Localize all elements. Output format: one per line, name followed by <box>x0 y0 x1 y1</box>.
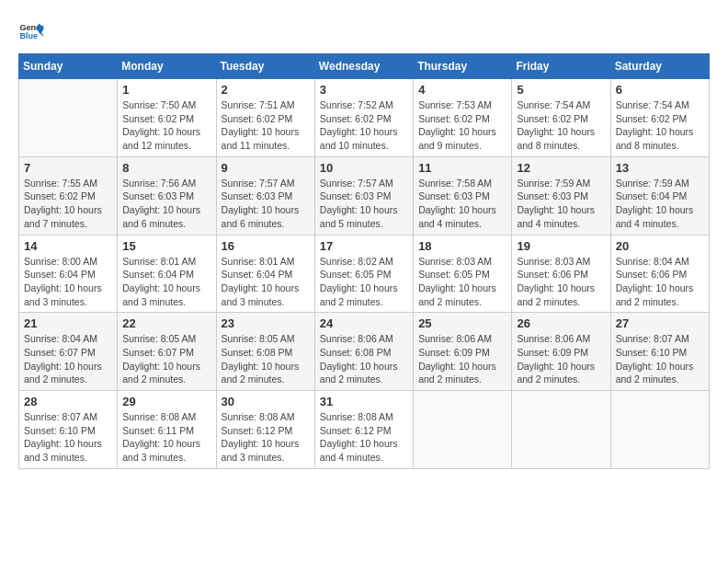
day-number: 20 <box>616 239 704 253</box>
calendar-cell: 9Sunrise: 7:57 AMSunset: 6:03 PMDaylight… <box>216 156 314 235</box>
day-info: Sunrise: 7:57 AMSunset: 6:03 PMDaylight:… <box>320 177 408 231</box>
weekday-header: Saturday <box>610 54 709 79</box>
day-number: 19 <box>517 239 605 253</box>
calendar-cell: 22Sunrise: 8:05 AMSunset: 6:07 PMDayligh… <box>118 313 216 391</box>
calendar-cell: 11Sunrise: 7:58 AMSunset: 6:03 PMDayligh… <box>414 156 512 235</box>
calendar-cell: 12Sunrise: 7:59 AMSunset: 6:03 PMDayligh… <box>512 156 610 235</box>
day-number: 18 <box>418 239 506 253</box>
calendar-week-row: 14Sunrise: 8:00 AMSunset: 6:04 PMDayligh… <box>19 235 710 313</box>
day-info: Sunrise: 8:06 AMSunset: 6:09 PMDaylight:… <box>418 332 506 386</box>
calendar-cell: 19Sunrise: 8:03 AMSunset: 6:06 PMDayligh… <box>512 235 610 313</box>
calendar-cell: 30Sunrise: 8:08 AMSunset: 6:12 PMDayligh… <box>216 391 314 469</box>
day-info: Sunrise: 7:59 AMSunset: 6:03 PMDaylight:… <box>517 177 605 231</box>
day-info: Sunrise: 8:02 AMSunset: 6:05 PMDaylight:… <box>320 255 408 309</box>
day-number: 13 <box>616 161 704 175</box>
day-number: 21 <box>24 316 112 330</box>
weekday-header: Wednesday <box>314 54 413 79</box>
day-info: Sunrise: 7:51 AMSunset: 6:02 PMDaylight:… <box>222 98 310 153</box>
day-number: 7 <box>24 161 112 175</box>
calendar-week-row: 1Sunrise: 7:50 AMSunset: 6:02 PMDaylight… <box>19 79 710 157</box>
day-info: Sunrise: 8:03 AMSunset: 6:05 PMDaylight:… <box>418 255 506 309</box>
day-number: 3 <box>320 83 408 97</box>
logo: General Blue <box>18 18 46 44</box>
weekday-header: Friday <box>512 54 610 79</box>
calendar-cell: 24Sunrise: 8:06 AMSunset: 6:08 PMDayligh… <box>314 313 413 391</box>
day-number: 11 <box>418 161 506 175</box>
day-info: Sunrise: 8:07 AMSunset: 6:10 PMDaylight:… <box>24 410 112 465</box>
day-number: 23 <box>222 316 310 330</box>
day-info: Sunrise: 8:08 AMSunset: 6:11 PMDaylight:… <box>122 410 210 465</box>
calendar-cell: 8Sunrise: 7:56 AMSunset: 6:03 PMDaylight… <box>118 156 216 235</box>
day-number: 2 <box>222 83 310 97</box>
day-info: Sunrise: 8:01 AMSunset: 6:04 PMDaylight:… <box>122 255 210 309</box>
day-number: 12 <box>517 161 605 175</box>
day-info: Sunrise: 8:06 AMSunset: 6:09 PMDaylight:… <box>517 332 605 386</box>
day-info: Sunrise: 8:00 AMSunset: 6:04 PMDaylight:… <box>24 255 112 309</box>
day-info: Sunrise: 8:01 AMSunset: 6:04 PMDaylight:… <box>222 255 310 309</box>
calendar-cell: 3Sunrise: 7:52 AMSunset: 6:02 PMDaylight… <box>314 79 413 157</box>
logo-icon: General Blue <box>18 18 44 44</box>
day-number: 25 <box>418 316 506 330</box>
day-info: Sunrise: 7:53 AMSunset: 6:02 PMDaylight:… <box>418 98 506 153</box>
calendar-cell: 27Sunrise: 8:07 AMSunset: 6:10 PMDayligh… <box>610 313 709 391</box>
day-info: Sunrise: 8:05 AMSunset: 6:07 PMDaylight:… <box>122 332 210 386</box>
calendar-cell: 28Sunrise: 8:07 AMSunset: 6:10 PMDayligh… <box>19 391 118 469</box>
day-info: Sunrise: 7:58 AMSunset: 6:03 PMDaylight:… <box>418 177 506 231</box>
calendar-cell <box>19 79 118 157</box>
day-number: 5 <box>517 83 605 97</box>
calendar-cell: 20Sunrise: 8:04 AMSunset: 6:06 PMDayligh… <box>610 235 709 313</box>
calendar-week-row: 21Sunrise: 8:04 AMSunset: 6:07 PMDayligh… <box>19 313 710 391</box>
day-number: 28 <box>24 395 112 408</box>
weekday-header: Tuesday <box>216 54 314 79</box>
day-info: Sunrise: 7:56 AMSunset: 6:03 PMDaylight:… <box>122 177 210 231</box>
calendar-cell: 21Sunrise: 8:04 AMSunset: 6:07 PMDayligh… <box>19 313 118 391</box>
day-number: 14 <box>24 239 112 253</box>
calendar-cell: 13Sunrise: 7:59 AMSunset: 6:04 PMDayligh… <box>610 156 709 235</box>
day-number: 27 <box>616 316 704 330</box>
day-info: Sunrise: 7:54 AMSunset: 6:02 PMDaylight:… <box>616 98 704 153</box>
calendar-cell <box>610 391 709 469</box>
day-info: Sunrise: 8:08 AMSunset: 6:12 PMDaylight:… <box>222 410 310 465</box>
svg-text:Blue: Blue <box>19 31 38 40</box>
day-info: Sunrise: 8:04 AMSunset: 6:06 PMDaylight:… <box>616 255 704 309</box>
calendar-cell: 2Sunrise: 7:51 AMSunset: 6:02 PMDaylight… <box>216 79 314 157</box>
calendar-cell: 29Sunrise: 8:08 AMSunset: 6:11 PMDayligh… <box>118 391 216 469</box>
calendar-cell: 16Sunrise: 8:01 AMSunset: 6:04 PMDayligh… <box>216 235 314 313</box>
calendar-body: 1Sunrise: 7:50 AMSunset: 6:02 PMDaylight… <box>19 79 710 469</box>
calendar-cell: 26Sunrise: 8:06 AMSunset: 6:09 PMDayligh… <box>512 313 610 391</box>
day-info: Sunrise: 8:08 AMSunset: 6:12 PMDaylight:… <box>320 410 408 465</box>
day-info: Sunrise: 7:50 AMSunset: 6:02 PMDaylight:… <box>122 98 210 153</box>
calendar-table: SundayMondayTuesdayWednesdayThursdayFrid… <box>18 53 710 469</box>
calendar-cell: 18Sunrise: 8:03 AMSunset: 6:05 PMDayligh… <box>414 235 512 313</box>
weekday-header: Monday <box>118 54 216 79</box>
day-info: Sunrise: 8:05 AMSunset: 6:08 PMDaylight:… <box>222 332 310 386</box>
calendar-cell: 15Sunrise: 8:01 AMSunset: 6:04 PMDayligh… <box>118 235 216 313</box>
day-info: Sunrise: 7:57 AMSunset: 6:03 PMDaylight:… <box>222 177 310 231</box>
calendar-cell: 14Sunrise: 8:00 AMSunset: 6:04 PMDayligh… <box>19 235 118 313</box>
day-info: Sunrise: 7:55 AMSunset: 6:02 PMDaylight:… <box>24 177 112 231</box>
day-number: 31 <box>320 395 408 408</box>
calendar-cell: 31Sunrise: 8:08 AMSunset: 6:12 PMDayligh… <box>314 391 413 469</box>
day-info: Sunrise: 7:59 AMSunset: 6:04 PMDaylight:… <box>616 177 704 231</box>
day-info: Sunrise: 8:06 AMSunset: 6:08 PMDaylight:… <box>320 332 408 386</box>
calendar-cell: 25Sunrise: 8:06 AMSunset: 6:09 PMDayligh… <box>414 313 512 391</box>
day-number: 16 <box>222 239 310 253</box>
calendar-week-row: 28Sunrise: 8:07 AMSunset: 6:10 PMDayligh… <box>19 391 710 469</box>
day-number: 24 <box>320 316 408 330</box>
day-info: Sunrise: 8:07 AMSunset: 6:10 PMDaylight:… <box>616 332 704 386</box>
calendar-cell: 6Sunrise: 7:54 AMSunset: 6:02 PMDaylight… <box>610 79 709 157</box>
calendar-cell: 4Sunrise: 7:53 AMSunset: 6:02 PMDaylight… <box>414 79 512 157</box>
calendar-cell: 17Sunrise: 8:02 AMSunset: 6:05 PMDayligh… <box>314 235 413 313</box>
calendar-cell <box>414 391 512 469</box>
weekday-header: Sunday <box>19 54 118 79</box>
day-number: 17 <box>320 239 408 253</box>
day-info: Sunrise: 8:04 AMSunset: 6:07 PMDaylight:… <box>24 332 112 386</box>
day-number: 22 <box>122 316 210 330</box>
calendar-cell: 10Sunrise: 7:57 AMSunset: 6:03 PMDayligh… <box>314 156 413 235</box>
day-number: 9 <box>222 161 310 175</box>
day-number: 15 <box>122 239 210 253</box>
day-number: 26 <box>517 316 605 330</box>
day-number: 6 <box>616 83 704 97</box>
calendar-header-row: SundayMondayTuesdayWednesdayThursdayFrid… <box>19 54 710 79</box>
day-info: Sunrise: 8:03 AMSunset: 6:06 PMDaylight:… <box>517 255 605 309</box>
